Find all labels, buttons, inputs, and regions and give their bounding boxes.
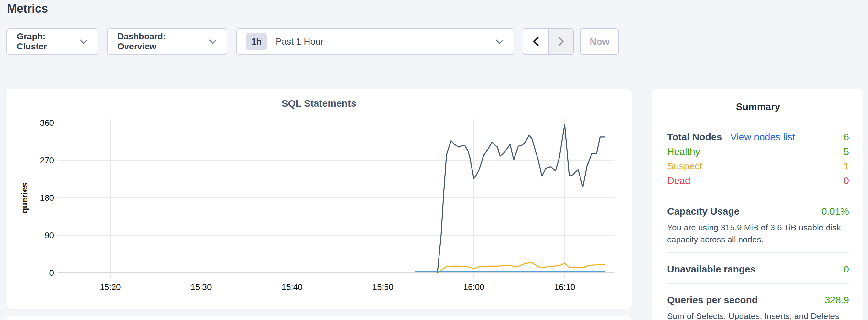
capacity-usage-value: 0.01% <box>822 206 849 217</box>
previous-time-button[interactable] <box>523 29 548 54</box>
time-step-buttons <box>523 28 574 55</box>
sql-statements-chart: 15:2015:3015:4015:5016:0016:100901802703… <box>6 89 632 309</box>
y-tick-label: 0 <box>50 268 54 278</box>
x-tick-label: 15:30 <box>190 282 212 292</box>
unavailable-ranges-label: Unavailable ranges <box>667 264 755 275</box>
next-time-button[interactable] <box>548 29 573 54</box>
y-tick-label: 270 <box>40 156 54 165</box>
chevron-down-icon <box>80 39 88 44</box>
suspect-label: Suspect <box>667 161 702 172</box>
healthy-nodes-row: Healthy 5 <box>667 144 849 159</box>
time-range-badge: 1h <box>246 33 267 51</box>
chart-title[interactable]: SQL Statements <box>281 98 356 113</box>
divider <box>667 252 849 253</box>
qps-section: Queries per second 328.9 Sum of Selects,… <box>667 292 849 320</box>
qps-row: Queries per second 328.9 <box>667 292 849 307</box>
metrics-toolbar: Graph: Cluster Dashboard: Overview 1h Pa… <box>6 28 619 55</box>
healthy-label: Healthy <box>667 146 700 157</box>
qps-value: 328.9 <box>825 294 849 306</box>
divider <box>667 195 849 195</box>
now-button-label: Now <box>590 36 609 47</box>
unavailable-ranges-row: Unavailable ranges 0 <box>667 262 849 276</box>
dashboard-dropdown[interactable]: Dashboard: Overview <box>107 28 227 55</box>
x-tick-label: 15:20 <box>100 282 121 292</box>
graph-dropdown[interactable]: Graph: Cluster <box>6 28 98 55</box>
capacity-usage-description: You are using 315.9 MiB of 3.6 TiB usabl… <box>667 222 849 246</box>
chevron-down-icon <box>495 39 504 44</box>
sql-statements-chart-card: SQL Statements 15:2015:3015:4015:5016:00… <box>6 89 632 309</box>
divider <box>667 283 849 284</box>
y-axis-title: queries <box>20 182 29 213</box>
healthy-value: 5 <box>843 146 849 157</box>
graph-dropdown-label: Graph: Cluster <box>17 32 72 52</box>
page-title: Metrics <box>7 2 48 15</box>
next-chart-card-partial <box>6 316 632 320</box>
time-range-picker[interactable]: 1h Past 1 Hour <box>236 28 514 55</box>
dead-label: Dead <box>667 175 690 186</box>
chevron-right-icon <box>556 35 566 49</box>
suspect-value: 1 <box>843 161 849 172</box>
node-status-list: Total Nodes View nodes list 6 Healthy 5 … <box>667 130 849 188</box>
y-tick-label: 360 <box>40 118 54 128</box>
unavailable-ranges-value: 0 <box>843 264 849 275</box>
y-tick-label: 90 <box>44 230 54 240</box>
total-nodes-row: Total Nodes View nodes list 6 <box>667 130 849 144</box>
x-tick-label: 16:10 <box>554 282 575 292</box>
capacity-usage-section: Capacity Usage 0.01% You are using 315.9… <box>667 204 849 246</box>
view-nodes-list-link[interactable]: View nodes list <box>730 132 795 142</box>
time-range-label: Past 1 Hour <box>276 36 323 47</box>
y-tick-label: 180 <box>40 193 54 203</box>
unavailable-ranges-section: Unavailable ranges 0 <box>667 262 849 276</box>
total-nodes-value: 6 <box>843 132 849 142</box>
total-nodes-label: Total Nodes <box>667 132 722 142</box>
capacity-usage-label: Capacity Usage <box>667 206 739 217</box>
qps-label: Queries per second <box>667 294 758 306</box>
x-tick-label: 15:40 <box>281 282 302 292</box>
dead-value: 0 <box>843 175 849 186</box>
qps-description: Sum of Selects, Updates, Inserts, and De… <box>667 310 849 320</box>
series-total-statements <box>438 124 605 273</box>
chevron-down-icon <box>209 39 217 44</box>
capacity-usage-row: Capacity Usage 0.01% <box>667 204 849 219</box>
dashboard-dropdown-label: Dashboard: Overview <box>117 32 202 52</box>
now-button[interactable]: Now <box>581 28 619 55</box>
suspect-nodes-row: Suspect 1 <box>667 159 849 173</box>
x-tick-label: 15:50 <box>372 282 393 292</box>
metrics-page: { "page": { "title": "Metrics" }, "color… <box>0 0 868 320</box>
summary-title: Summary <box>667 101 849 112</box>
chevron-left-icon <box>531 35 541 49</box>
chart-title-row: SQL Statements <box>6 98 631 113</box>
summary-panel: Summary Total Nodes View nodes list 6 He… <box>652 89 863 320</box>
x-tick-label: 16:00 <box>463 282 484 292</box>
dead-nodes-row: Dead 0 <box>667 173 849 188</box>
